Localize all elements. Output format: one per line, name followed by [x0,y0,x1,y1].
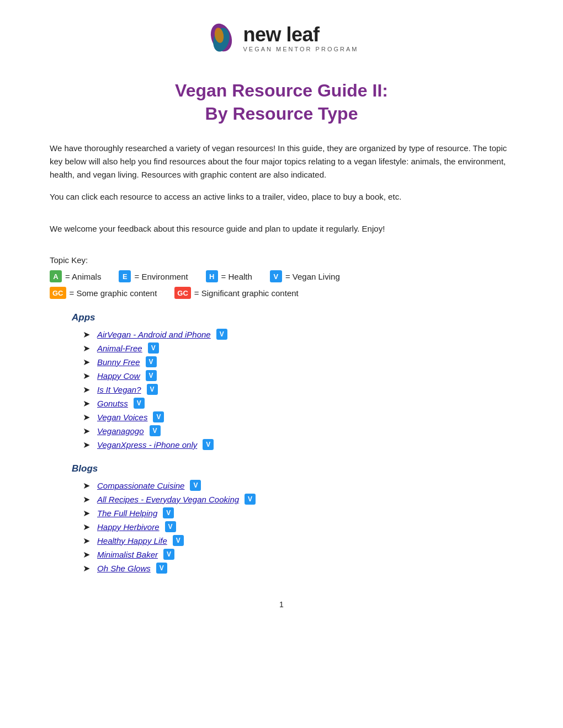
blogs-list: ➤ Compassionate Cuisine V ➤ All Recipes … [83,480,513,574]
badge-v-bunnyfree: V [146,356,157,367]
logo-tagline: VEGAN MENTOR PROGRAM [243,46,359,52]
topic-key-section: Topic Key: A = Animals E = Environment H… [50,255,513,299]
badge-v-allrecipes: V [245,494,256,505]
list-item: ➤ All Recipes - Everyday Vegan Cooking V [83,494,513,505]
list-item: ➤ VeganXpress - iPhone only V [83,439,513,450]
arrow-icon: ➤ [83,522,93,532]
topic-key-animals: A = Animals [50,270,101,282]
logo-container: new leaf VEGAN MENTOR PROGRAM [205,22,359,55]
list-item: ➤ Healthy Happy Life V [83,535,513,546]
arrow-icon: ➤ [83,329,93,340]
arrow-icon: ➤ [83,371,93,381]
badge-v-happyherbivore: V [165,521,176,532]
page-title: Vegan Resource Guide II: By Resource Typ… [50,79,513,125]
app-veganxpress[interactable]: VeganXpress - iPhone only [97,440,197,449]
arrow-icon: ➤ [83,343,93,354]
app-isitvegan[interactable]: Is It Vegan? [97,385,141,394]
page-number: 1 [50,600,513,609]
topic-animals-label: = Animals [65,272,101,281]
logo-text-block: new leaf VEGAN MENTOR PROGRAM [243,25,359,52]
app-gonutss[interactable]: Gonutss [97,399,128,408]
badge-e: E [119,270,131,282]
blogs-section-title: Blogs [72,463,513,474]
list-item: ➤ Bunny Free V [83,356,513,367]
apps-section: Apps ➤ AirVegan - Android and iPhone V ➤… [72,312,513,450]
badge-v-happycow: V [146,370,157,381]
badge-v-veganxpress: V [203,439,214,450]
list-item: ➤ Animal-Free V [83,342,513,354]
badge-v-airvegan: V [216,329,227,340]
badge-v-gonutss: V [134,398,145,409]
blog-ohsheglows[interactable]: Oh She Glows [97,564,151,573]
badge-h: H [206,270,218,282]
list-item: ➤ AirVegan - Android and iPhone V [83,329,513,340]
app-happycow[interactable]: Happy Cow [97,371,140,381]
list-item: ➤ The Full Helping V [83,507,513,518]
badge-v-healthyhappylife: V [173,535,184,546]
topic-health-label: = Health [221,272,252,281]
arrow-icon: ➤ [83,480,93,491]
app-veganagogo[interactable]: Veganagogo [97,426,144,436]
logo-area: new leaf VEGAN MENTOR PROGRAM [50,22,513,57]
arrow-icon: ➤ [83,508,93,518]
apps-section-title: Apps [72,312,513,323]
badge-v-minimalistbaker: V [163,549,174,560]
topic-gc-some-label: = Some graphic content [70,288,157,298]
badge-a: A [50,270,62,282]
blogs-section: Blogs ➤ Compassionate Cuisine V ➤ All Re… [72,463,513,574]
logo-icon [205,22,238,55]
app-bunnyfree[interactable]: Bunny Free [97,357,140,367]
blog-allrecipes[interactable]: All Recipes - Everyday Vegan Cooking [97,495,239,504]
title-line1: Vegan Resource Guide II: [175,81,388,100]
list-item: ➤ Oh She Glows V [83,563,513,574]
badge-v-compassionate: V [190,480,201,491]
logo-name: new leaf [243,25,359,45]
topic-key-row2: GC = Some graphic content GC = Significa… [50,287,513,299]
list-item: ➤ Vegan Voices V [83,411,513,422]
badge-gc-orange: GC [50,287,66,299]
blog-fullhelping[interactable]: The Full Helping [97,508,157,518]
app-animalfree[interactable]: Animal-Free [97,344,142,353]
arrow-icon: ➤ [83,549,93,560]
badge-v-isitvegan: V [147,384,158,395]
intro-paragraph3: We welcome your feedback about this reso… [50,222,513,235]
badge-v-fullhelping: V [163,507,174,518]
badge-gc-red: GC [174,287,191,299]
blog-compassionate[interactable]: Compassionate Cuisine [97,481,184,490]
arrow-icon: ➤ [83,357,93,367]
topic-vegan-label: = Vegan Living [285,272,340,281]
arrow-icon: ➤ [83,563,93,574]
badge-v-animalfree: V [148,342,159,354]
list-item: ➤ Happy Cow V [83,370,513,381]
arrow-icon: ➤ [83,440,93,450]
topic-key-health: H = Health [206,270,252,282]
badge-v: V [270,270,282,282]
badge-v-ohsheglows: V [156,563,167,574]
list-item: ➤ Veganagogo V [83,425,513,436]
list-item: ➤ Compassionate Cuisine V [83,480,513,491]
arrow-icon: ➤ [83,426,93,436]
arrow-icon: ➤ [83,412,93,422]
topic-key-vegan: V = Vegan Living [270,270,340,282]
list-item: ➤ Is It Vegan? V [83,384,513,395]
topic-key-gc-significant: GC = Significant graphic content [174,287,298,299]
app-airvegan[interactable]: AirVegan - Android and iPhone [97,330,211,339]
arrow-icon: ➤ [83,494,93,505]
blog-minimalistbaker[interactable]: Minimalist Baker [97,550,158,559]
list-item: ➤ Gonutss V [83,398,513,409]
arrow-icon: ➤ [83,398,93,409]
topic-gc-significant-label: = Significant graphic content [194,288,299,298]
title-line2: By Resource Type [205,104,358,124]
topic-key-row1: A = Animals E = Environment H = Health V… [50,270,513,282]
blog-happyherbivore[interactable]: Happy Herbivore [97,522,160,532]
arrow-icon: ➤ [83,384,93,395]
blog-healthyhappylife[interactable]: Healthy Happy Life [97,536,167,545]
topic-key-label: Topic Key: [50,255,513,265]
topic-key-gc-some: GC = Some graphic content [50,287,157,299]
badge-v-veganvoices: V [153,411,164,422]
intro-paragraph2: You can click each resource to access an… [50,190,513,204]
list-item: ➤ Happy Herbivore V [83,521,513,532]
intro-paragraph1: We have thoroughly researched a variety … [50,142,513,181]
app-veganvoices[interactable]: Vegan Voices [97,413,147,422]
page: new leaf VEGAN MENTOR PROGRAM Vegan Reso… [0,0,563,728]
